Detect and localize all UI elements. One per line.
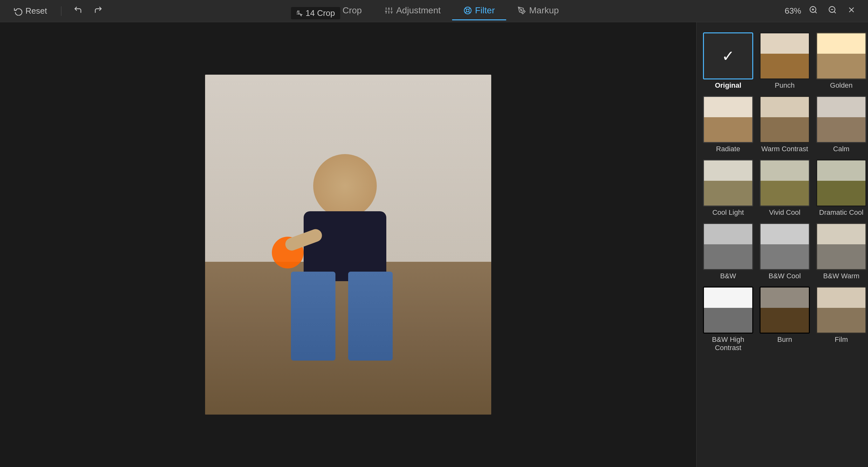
toolbar-right: 63% bbox=[785, 3, 859, 19]
filter-item-film[interactable]: Film bbox=[815, 285, 868, 353]
filter-thumb-original: ✓ bbox=[703, 32, 753, 79]
filter-label-original: Original bbox=[715, 81, 741, 90]
undo-button[interactable] bbox=[71, 3, 85, 19]
zoom-in-button[interactable] bbox=[806, 3, 820, 19]
adjustment-tab-label: Adjustment bbox=[396, 5, 441, 15]
filter-thumb-vivid-cool bbox=[760, 160, 810, 206]
filter-thumb-golden bbox=[816, 32, 866, 79]
filter-label-bw-cool: B&W Cool bbox=[769, 272, 801, 280]
filter-thumb-punch bbox=[760, 32, 810, 79]
filter-thumb-warm-contrast bbox=[760, 96, 810, 143]
filter-item-bw-warm[interactable]: B&W Warm bbox=[815, 222, 868, 281]
zoom-out-button[interactable] bbox=[826, 3, 839, 19]
filter-item-original[interactable]: ✓ Original bbox=[702, 31, 754, 91]
filter-label-golden: Golden bbox=[830, 81, 853, 90]
filter-thumb-bw-warm bbox=[816, 223, 866, 270]
filter-item-cool-light[interactable]: Cool Light bbox=[702, 158, 754, 218]
filter-item-dramatic-cool[interactable]: Dramatic Cool bbox=[815, 158, 868, 218]
photo-wrapper bbox=[205, 75, 491, 414]
filter-thumb-dramatic-cool bbox=[816, 160, 866, 206]
divider bbox=[61, 6, 61, 16]
filter-tab-label: Filter bbox=[475, 5, 495, 15]
svg-line-12 bbox=[469, 11, 470, 13]
filter-label-burn: Burn bbox=[777, 335, 792, 344]
filter-thumb-cool-light bbox=[703, 160, 753, 206]
filter-thumb-burn bbox=[760, 287, 810, 334]
filter-item-bw-cool[interactable]: B&W Cool bbox=[758, 222, 811, 281]
filter-thumb-bw-high-contrast bbox=[703, 287, 753, 334]
reset-button[interactable]: Reset bbox=[9, 3, 52, 19]
filter-label-dramatic-cool: Dramatic Cool bbox=[819, 208, 863, 216]
filter-thumb-bw-cool bbox=[760, 223, 810, 270]
filter-label-vivid-cool: Vivid Cool bbox=[769, 208, 801, 216]
close-button[interactable] bbox=[844, 3, 859, 19]
filter-grid: ✓ Original Punch Golden bbox=[702, 29, 863, 356]
markup-tab-label: Markup bbox=[529, 5, 559, 15]
filter-label-bw: B&W bbox=[720, 272, 736, 280]
main-content: ✓ Original Punch Golden bbox=[0, 22, 868, 467]
reset-label: Reset bbox=[25, 6, 47, 16]
svg-line-21 bbox=[834, 11, 836, 13]
svg-line-17 bbox=[815, 11, 816, 13]
filter-thumb-bw bbox=[703, 223, 753, 270]
crop-tab-label: Crop bbox=[342, 5, 362, 15]
filter-label-radiate: Radiate bbox=[716, 145, 740, 153]
svg-point-10 bbox=[466, 9, 469, 12]
filter-label-punch: Punch bbox=[775, 81, 795, 90]
filter-label-cool-light: Cool Light bbox=[712, 208, 744, 216]
filter-item-vivid-cool[interactable]: Vivid Cool bbox=[758, 158, 811, 218]
filter-label-bw-warm: B&W Warm bbox=[823, 272, 860, 280]
filter-item-calm[interactable]: Calm bbox=[815, 95, 868, 155]
filter-item-golden[interactable]: Golden bbox=[815, 31, 868, 91]
filter-label-calm: Calm bbox=[833, 145, 849, 153]
filter-item-radiate[interactable]: Radiate bbox=[702, 95, 754, 155]
tab-adjustment[interactable]: Adjustment bbox=[373, 2, 452, 20]
filter-item-bw[interactable]: B&W bbox=[702, 222, 754, 281]
photo-canvas[interactable] bbox=[0, 22, 696, 467]
filter-label-warm-contrast: Warm Contrast bbox=[761, 145, 808, 153]
redo-button[interactable] bbox=[91, 3, 105, 19]
svg-line-13 bbox=[469, 8, 470, 9]
filter-thumb-film bbox=[816, 287, 866, 334]
crop-badge-label: 14 Crop bbox=[306, 8, 335, 18]
svg-line-11 bbox=[465, 8, 467, 9]
baby-figure bbox=[266, 154, 431, 376]
toolbar-tabs: Crop Adjustment bbox=[105, 2, 785, 20]
checkmark-icon: ✓ bbox=[722, 47, 735, 65]
filter-label-bw-high-contrast: B&W High Contrast bbox=[703, 335, 753, 352]
filter-item-bw-high-contrast[interactable]: B&W High Contrast bbox=[702, 285, 754, 353]
filter-panel: ✓ Original Punch Golden bbox=[696, 22, 868, 467]
filter-item-warm-contrast[interactable]: Warm Contrast bbox=[758, 95, 811, 155]
svg-point-15 bbox=[521, 9, 522, 11]
filter-label-film: Film bbox=[835, 335, 848, 344]
filter-thumb-radiate bbox=[703, 96, 753, 143]
toolbar-left: Reset bbox=[9, 3, 105, 19]
filter-item-punch[interactable]: Punch bbox=[758, 31, 811, 91]
filter-item-burn[interactable]: Burn bbox=[758, 285, 811, 353]
crop-badge: 14 Crop bbox=[291, 7, 340, 20]
svg-line-14 bbox=[465, 11, 467, 13]
filter-thumb-calm bbox=[816, 96, 866, 143]
toolbar: Reset Crop bbox=[0, 0, 868, 22]
tab-markup[interactable]: Markup bbox=[506, 2, 570, 20]
zoom-level: 63% bbox=[785, 6, 801, 16]
photo-frame bbox=[205, 75, 491, 414]
tab-filter[interactable]: Filter bbox=[452, 2, 506, 20]
